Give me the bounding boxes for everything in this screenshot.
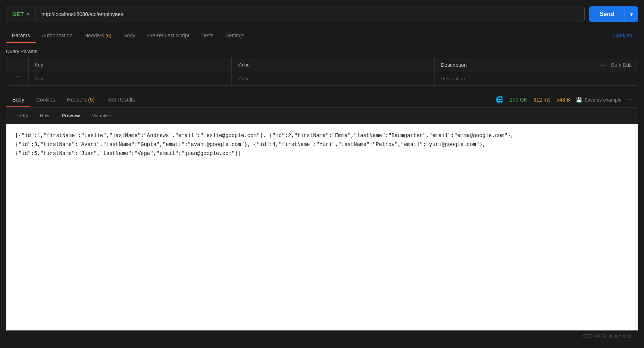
- response-tab-cookies[interactable]: Cookies: [30, 92, 61, 107]
- params-table-row: Key Value Description: [6, 72, 638, 86]
- col-key: Key: [29, 58, 232, 72]
- row-key-cell[interactable]: Key: [29, 72, 232, 85]
- row-value-cell[interactable]: Value: [232, 72, 435, 85]
- headers-badge: (6): [106, 33, 112, 38]
- tab-settings[interactable]: Settings: [219, 28, 250, 43]
- response-body-text: [{"id":1,"firstName":"Leslie","lastName"…: [15, 131, 629, 158]
- response-meta: 🌐 200 OK 312 ms 543 B 💾 Save as example …: [495, 96, 638, 104]
- response-tab-test-results[interactable]: Test Results: [100, 92, 141, 107]
- bulk-edit-label[interactable]: Bulk Edit: [611, 62, 632, 68]
- row-checkbox-cell: [6, 72, 29, 85]
- main-container: GET ▾ Send ▾ Params Authorization Header…: [0, 0, 644, 348]
- query-params-section: Query Params Key Value Description ··· B…: [6, 43, 638, 86]
- tab-authorization[interactable]: Authorization: [36, 28, 78, 43]
- response-section: Body Cookies Headers (5) Test Results 🌐 …: [6, 92, 638, 342]
- params-table: Key Value Description ··· Bulk Edit Key …: [6, 58, 638, 86]
- method-label: GET: [12, 11, 24, 17]
- tab-pre-request-script[interactable]: Pre-request Script: [141, 28, 196, 43]
- globe-icon: 🌐: [495, 96, 504, 104]
- view-tab-pretty[interactable]: Pretty: [9, 110, 34, 121]
- send-button[interactable]: Send: [589, 6, 625, 22]
- view-tabs-row: Pretty Raw Preview Visualize: [6, 108, 638, 124]
- chevron-down-icon: ▾: [27, 12, 29, 17]
- col-value: Value: [232, 58, 435, 72]
- response-headers-badge: (5): [88, 97, 94, 103]
- response-body: [{"id":1,"firstName":"Leslie","lastName"…: [6, 124, 638, 330]
- col-checkbox: [6, 58, 29, 72]
- col-description: Description: [441, 62, 467, 68]
- response-tab-body[interactable]: Body: [6, 92, 30, 107]
- more-options-response-icon[interactable]: ···: [628, 96, 635, 103]
- url-input-wrapper: GET ▾: [6, 6, 585, 22]
- send-dropdown-button[interactable]: ▾: [625, 6, 638, 22]
- url-bar: GET ▾ Send ▾: [6, 6, 638, 22]
- view-tab-visualize[interactable]: Visualize: [86, 110, 117, 121]
- tab-body[interactable]: Body: [118, 28, 141, 43]
- col-description-bulk: Description ··· Bulk Edit: [435, 58, 638, 72]
- response-time: 312 ms: [533, 97, 550, 103]
- tab-headers[interactable]: Headers (6): [78, 28, 118, 43]
- row-checkbox[interactable]: [15, 76, 20, 81]
- params-table-header: Key Value Description ··· Bulk Edit: [6, 58, 638, 72]
- tab-params[interactable]: Params: [6, 28, 36, 43]
- send-button-group: Send ▾: [589, 6, 638, 22]
- status-badge: 200 OK: [510, 97, 527, 103]
- footer-note: CSDN @GoldenaArcher: [6, 330, 638, 342]
- request-tabs-row: Params Authorization Headers (6) Body Pr…: [6, 28, 638, 43]
- response-size: 543 B: [556, 97, 570, 103]
- tab-tests[interactable]: Tests: [195, 28, 219, 43]
- save-example-button[interactable]: 💾 Save as example: [576, 97, 622, 103]
- section-label: Query Params: [6, 43, 638, 58]
- view-tab-preview[interactable]: Preview: [56, 110, 86, 121]
- method-selector[interactable]: GET ▾: [6, 6, 35, 22]
- section-divider: [6, 86, 638, 92]
- row-description-cell[interactable]: Description: [435, 72, 638, 85]
- cookies-link[interactable]: Cookies: [607, 28, 638, 43]
- more-options-icon[interactable]: ···: [601, 62, 605, 68]
- response-tab-headers[interactable]: Headers (5): [61, 92, 101, 107]
- url-input[interactable]: [35, 6, 584, 22]
- save-icon: 💾: [576, 97, 582, 103]
- response-tabs-row: Body Cookies Headers (5) Test Results 🌐 …: [6, 92, 638, 108]
- view-tab-raw[interactable]: Raw: [34, 110, 56, 121]
